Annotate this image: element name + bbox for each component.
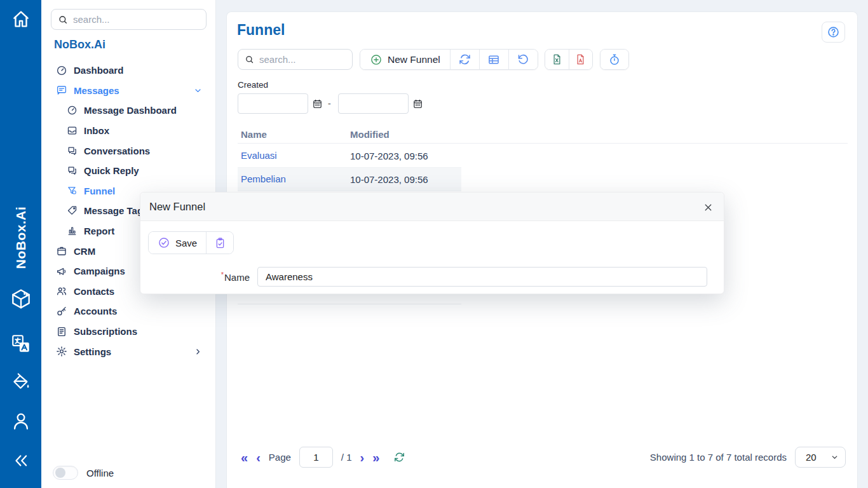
clipboard-check-icon bbox=[214, 237, 226, 249]
refresh-icon[interactable] bbox=[393, 451, 405, 463]
table-body: Evaluasi 10-07-2023, 09:56 Pembelian 10-… bbox=[238, 144, 461, 191]
name-field-label: *Name bbox=[140, 271, 250, 283]
created-from-input[interactable] bbox=[238, 93, 308, 114]
table-row[interactable]: Evaluasi 10-07-2023, 09:56 bbox=[238, 144, 461, 168]
prev-page-button[interactable]: ‹ bbox=[256, 451, 261, 464]
first-page-button[interactable]: « bbox=[241, 451, 248, 464]
sidebar-search-input[interactable] bbox=[73, 14, 200, 25]
contacts-icon bbox=[56, 285, 67, 297]
subscriptions-icon bbox=[56, 326, 67, 337]
inbox-icon bbox=[67, 125, 78, 136]
modal-header: New Funnel bbox=[140, 193, 724, 221]
funnel-name-link[interactable]: Evaluasi bbox=[241, 150, 277, 161]
dashboard-icon bbox=[67, 105, 78, 116]
home-icon[interactable] bbox=[10, 8, 32, 30]
per-page-select[interactable]: 20 bbox=[795, 447, 846, 468]
auto-refresh-button[interactable] bbox=[600, 50, 628, 69]
sidebar-item-conversations[interactable]: Conversations bbox=[41, 140, 215, 161]
funnel-name-input[interactable] bbox=[257, 267, 707, 287]
key-icon bbox=[56, 306, 67, 317]
excel-icon bbox=[551, 53, 563, 65]
save-and-continue-button[interactable] bbox=[206, 232, 233, 254]
table-row[interactable]: Pembelian 10-07-2023, 09:56 bbox=[238, 168, 461, 191]
reset-button[interactable] bbox=[508, 50, 538, 69]
left-icon-rail: NoBox.Ai bbox=[0, 0, 41, 488]
name-field-row: *Name bbox=[140, 267, 707, 287]
paint-bucket-icon[interactable] bbox=[11, 372, 31, 393]
sidebar-item-message-dashboard[interactable]: Message Dashboard bbox=[41, 100, 215, 121]
offline-control: Offline bbox=[53, 466, 114, 480]
calendar-icon[interactable] bbox=[412, 98, 423, 109]
new-funnel-button[interactable]: New Funnel bbox=[360, 50, 450, 69]
table-search-input[interactable] bbox=[259, 54, 346, 65]
created-filter-label: Created bbox=[238, 80, 268, 90]
export-excel-button[interactable] bbox=[545, 50, 569, 69]
table-row-divider bbox=[238, 304, 461, 304]
sidebar-item-subscriptions[interactable]: Subscriptions bbox=[41, 322, 215, 342]
export-pdf-button[interactable] bbox=[569, 50, 592, 69]
columns-button[interactable] bbox=[479, 50, 508, 69]
modal-title: New Funnel bbox=[149, 201, 205, 213]
user-icon[interactable] bbox=[10, 410, 32, 431]
quick-reply-icon bbox=[67, 165, 78, 176]
toolbar: New Funnel bbox=[238, 49, 629, 70]
pagination: « ‹ Page / 1 › » bbox=[241, 447, 405, 468]
stopwatch-icon bbox=[608, 53, 621, 66]
conversations-icon bbox=[67, 146, 78, 156]
created-date-range: - bbox=[238, 93, 423, 114]
export-group bbox=[545, 49, 593, 70]
close-icon[interactable] bbox=[700, 200, 715, 215]
new-funnel-modal: New Funnel Save *Name bbox=[140, 192, 724, 294]
calendar-icon[interactable] bbox=[312, 98, 323, 109]
report-icon bbox=[67, 226, 78, 236]
modified-cell: 10-07-2023, 09:56 bbox=[350, 151, 428, 161]
chevron-down-icon bbox=[193, 86, 203, 95]
sidebar-item-messages[interactable]: Messages bbox=[41, 81, 215, 101]
funnel-name-link[interactable]: Pembelian bbox=[241, 173, 286, 184]
sidebar-item-settings[interactable]: Settings bbox=[41, 341, 215, 362]
sidebar-search[interactable] bbox=[51, 9, 207, 30]
page-number-input[interactable] bbox=[299, 447, 333, 468]
modal-actions-group: Save bbox=[148, 231, 234, 254]
primary-actions-group: New Funnel bbox=[360, 49, 538, 70]
chevron-down-icon bbox=[831, 453, 839, 461]
table-header: Name Modified bbox=[238, 126, 848, 144]
gear-icon bbox=[56, 346, 67, 357]
column-header-modified[interactable]: Modified bbox=[350, 129, 390, 140]
offline-label: Offline bbox=[86, 468, 114, 478]
help-button[interactable] bbox=[822, 22, 845, 43]
brand-vertical-text: NoBox.Ai bbox=[13, 207, 29, 269]
help-icon bbox=[827, 25, 840, 39]
modified-cell: 10-07-2023, 09:56 bbox=[350, 174, 428, 185]
translate-icon[interactable] bbox=[10, 333, 32, 355]
page-label: Page bbox=[269, 452, 291, 463]
column-header-name[interactable]: Name bbox=[238, 129, 350, 140]
collapse-icon[interactable] bbox=[11, 451, 31, 470]
app-viewport: NoBox.Ai NoBox.Ai Dashboard bbox=[0, 0, 868, 488]
chevron-right-icon bbox=[193, 347, 203, 356]
range-separator: - bbox=[328, 98, 331, 109]
offline-toggle[interactable] bbox=[53, 466, 78, 480]
sidebar-item-accounts[interactable]: Accounts bbox=[41, 301, 215, 322]
sidebar-item-inbox[interactable]: Inbox bbox=[41, 121, 215, 141]
pdf-icon bbox=[574, 53, 587, 65]
table-search[interactable] bbox=[238, 49, 353, 70]
last-page-button[interactable]: » bbox=[372, 451, 379, 464]
sidebar-item-quick-reply[interactable]: Quick Reply bbox=[41, 161, 215, 181]
pagination-summary: Showing 1 to 7 of 7 total records 20 bbox=[650, 447, 846, 468]
refresh-icon bbox=[458, 53, 471, 66]
page-title: Funnel bbox=[237, 22, 285, 39]
tag-icon bbox=[67, 205, 78, 216]
created-to-input[interactable] bbox=[338, 93, 409, 114]
table-icon bbox=[487, 53, 500, 66]
search-icon bbox=[58, 15, 68, 25]
plus-circle-icon bbox=[370, 53, 383, 66]
sidebar-item-dashboard[interactable]: Dashboard bbox=[41, 60, 215, 81]
toggle-knob bbox=[55, 468, 65, 478]
save-button[interactable]: Save bbox=[149, 232, 206, 254]
refresh-button[interactable] bbox=[450, 50, 479, 69]
box-logo-icon[interactable] bbox=[9, 287, 33, 311]
search-icon bbox=[245, 55, 254, 64]
next-page-button[interactable]: › bbox=[360, 451, 365, 464]
required-marker: * bbox=[221, 271, 224, 278]
